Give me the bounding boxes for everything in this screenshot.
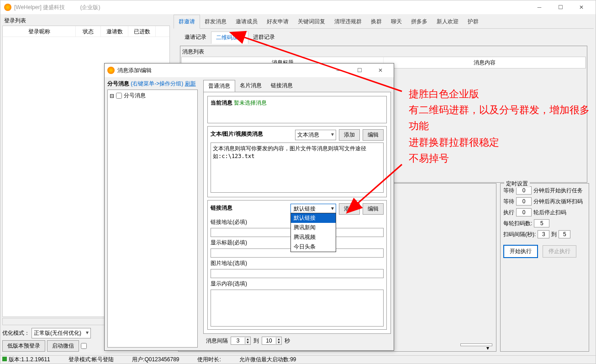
link-msg-block: 链接消息 默认链接 默认链接 腾讯新闻 腾讯视频 今日头条 添加 编辑 bbox=[207, 200, 387, 330]
tree-expand-icon[interactable]: ⊟ bbox=[110, 93, 114, 99]
close-button[interactable]: ✕ bbox=[571, 0, 592, 14]
split-msg-label: 分号消息 bbox=[107, 80, 129, 87]
tab-pdd[interactable]: 拼多多 bbox=[406, 15, 432, 28]
edit-msg-button[interactable]: 编辑 bbox=[363, 129, 384, 141]
tab-link-msg[interactable]: 链接消息 bbox=[266, 80, 297, 92]
login-list-label: 登录列表 bbox=[2, 16, 170, 26]
op-status-select[interactable] bbox=[460, 343, 492, 346]
exec-input[interactable] bbox=[516, 208, 532, 216]
window-title: [WeHelper] 捷盛科技 (企业版) bbox=[14, 4, 529, 11]
link-content-label: 显示内容(选填) bbox=[211, 280, 384, 288]
tab-friend-request[interactable]: 好友申请 bbox=[262, 15, 293, 28]
timer-title: 定时设置 bbox=[504, 180, 530, 188]
message-edit-dialog: 消息添加\编辑 ─ ☐ ✕ 分号消息 (右键菜单->操作分组) 刷新 ⊟ 分号消… bbox=[104, 63, 394, 351]
current-message-block: 当前消息 暂未选择消息 bbox=[207, 96, 387, 123]
msg-type-select[interactable]: 文本消息 bbox=[295, 130, 336, 140]
status-login-mode: 登录模式:帐号登陆 bbox=[69, 356, 114, 364]
opt-mode-select[interactable]: 正常版(无任何优化) bbox=[32, 328, 91, 338]
status-usage: 使用时长: bbox=[197, 356, 221, 364]
dialog-footer: 消息间隔 ▲▼ 到 ▲▼ 秒 bbox=[203, 334, 391, 348]
tab-group-invite[interactable]: 群邀请 bbox=[174, 15, 200, 29]
msg-content-textarea[interactable]: 文本消息则填写你要发的内容，图片文件等消息则填写文件途径如:c:\123.txt bbox=[211, 142, 384, 193]
col-nickname: 登录昵称 bbox=[3, 26, 76, 37]
dialog-close-button[interactable]: ✕ bbox=[370, 63, 391, 77]
link-type-dropdown: 默认链接 腾讯新闻 腾讯视频 今日头条 bbox=[290, 213, 336, 252]
dialog-maximize-button[interactable]: ☐ bbox=[349, 63, 370, 77]
split-msg-hint: (右键菜单->操作分组) bbox=[131, 80, 183, 87]
text-media-title: 文本/图片/视频类消息 bbox=[211, 130, 292, 138]
subtab-qrcode-join[interactable]: 二维码加群 bbox=[211, 32, 248, 44]
start-exec-button[interactable]: 开始执行 bbox=[503, 245, 538, 258]
dropdown-option-tencent-news[interactable]: 腾讯新闻 bbox=[291, 223, 336, 232]
col-msg-content: 消息内容 bbox=[384, 57, 585, 68]
link-type-select[interactable]: 默认链接 默认链接 腾讯新闻 腾讯视频 今日头条 bbox=[290, 204, 336, 214]
link-msg-title: 链接消息 bbox=[211, 204, 288, 212]
status-bar: 版本:1.1.2.19611 登录模式:帐号登陆 用户:Q0123456789 … bbox=[0, 355, 596, 364]
current-msg-status: 暂未选择消息 bbox=[234, 100, 267, 106]
maximize-button[interactable]: ☐ bbox=[550, 0, 571, 14]
edit-link-button[interactable]: 编辑 bbox=[363, 203, 384, 215]
interval-label: 消息间隔 bbox=[206, 337, 228, 345]
dialog-minimize-button[interactable]: ─ bbox=[328, 63, 349, 77]
subtab-invite-records[interactable]: 邀请记录 bbox=[180, 32, 211, 44]
tab-guard[interactable]: 护群 bbox=[463, 15, 483, 28]
text-media-block: 文本/图片/视频类消息 文本消息 添加 编辑 文本消息则填写你要发的内容，图片文… bbox=[207, 126, 387, 197]
col-invite: 邀请数 bbox=[101, 26, 128, 37]
top-tabs: 群邀请 群发消息 邀请成员 好友申请 关键词回复 清理违规群 换群 聊天 拼多多… bbox=[174, 16, 594, 29]
dialog-title: 消息添加\编辑 bbox=[117, 67, 328, 74]
tree-checkbox[interactable] bbox=[116, 93, 122, 99]
tab-keyword-reply[interactable]: 关键词回复 bbox=[293, 15, 330, 28]
dropdown-option-default[interactable]: 默认链接 bbox=[291, 213, 336, 223]
interval-b-input[interactable] bbox=[559, 230, 570, 238]
scan-count-input[interactable] bbox=[534, 219, 549, 227]
status-user: 用户:Q0123456789 bbox=[132, 356, 179, 364]
dialog-right-panel: 普通消息 名片消息 链接消息 当前消息 暂未选择消息 文本/图片/视频类消息 文… bbox=[200, 77, 394, 350]
link-img-label: 图片地址(选填) bbox=[211, 259, 384, 267]
subtab-join-records[interactable]: 进群记录 bbox=[248, 32, 280, 44]
dialog-icon bbox=[107, 67, 115, 74]
link-content-textarea[interactable] bbox=[211, 290, 384, 327]
tab-clean-groups[interactable]: 清理违规群 bbox=[330, 15, 366, 28]
add-msg-button[interactable]: 添加 bbox=[339, 129, 360, 141]
stop-exec-button[interactable]: 停止执行 bbox=[543, 245, 576, 258]
tree-item-split-msg[interactable]: ⊟ 分号消息 bbox=[110, 92, 195, 100]
pre-login-button[interactable]: 低版本预登录 bbox=[2, 340, 45, 352]
main-titlebar: [WeHelper] 捷盛科技 (企业版) ─ ☐ ✕ bbox=[0, 0, 596, 14]
dropdown-option-toutiao[interactable]: 今日头条 bbox=[291, 242, 336, 252]
tab-normal-msg[interactable]: 普通消息 bbox=[203, 80, 235, 92]
status-version: 版本:1.1.2.19611 bbox=[9, 356, 50, 363]
interval-a-input[interactable] bbox=[538, 230, 549, 238]
tab-invite-members[interactable]: 邀请成员 bbox=[231, 15, 262, 28]
minimize-button[interactable]: ─ bbox=[529, 0, 550, 14]
message-list-label: 消息列表 bbox=[181, 47, 586, 57]
dialog-left-panel: 分号消息 (右键菜单->操作分组) 刷新 ⊟ 分号消息 bbox=[105, 77, 200, 350]
current-msg-label: 当前消息 bbox=[211, 100, 232, 106]
interval-max-spinner[interactable]: ▲▼ bbox=[262, 337, 282, 345]
app-icon bbox=[4, 4, 11, 11]
status-dot-icon bbox=[2, 357, 7, 361]
dropdown-option-tencent-video[interactable]: 腾讯视频 bbox=[291, 232, 336, 242]
left-checkbox[interactable] bbox=[81, 343, 87, 349]
tab-group-send[interactable]: 群发消息 bbox=[200, 15, 231, 28]
start-wechat-button[interactable]: 启动微信 bbox=[47, 340, 79, 352]
wait2-input[interactable] bbox=[516, 197, 532, 206]
link-img-input[interactable] bbox=[211, 269, 384, 278]
interval-min-spinner[interactable]: ▲▼ bbox=[231, 337, 251, 345]
dialog-titlebar: 消息添加\编辑 ─ ☐ ✕ bbox=[105, 63, 394, 77]
col-status: 状态 bbox=[76, 26, 101, 37]
category-tree[interactable]: ⊟ 分号消息 bbox=[107, 90, 198, 348]
timer-box: 定时设置 等待 分钟后开始执行任务 等待 分钟后再次循环扫码 执行 bbox=[500, 183, 589, 352]
col-enter: 已进数 bbox=[128, 26, 156, 37]
tab-chat[interactable]: 聊天 bbox=[386, 15, 406, 28]
sub-tabs: 邀请记录 二维码加群 进群记录 bbox=[174, 32, 594, 44]
tab-swap-groups[interactable]: 换群 bbox=[366, 15, 386, 28]
add-link-button[interactable]: 添加 bbox=[339, 203, 360, 215]
tab-card-msg[interactable]: 名片消息 bbox=[235, 80, 266, 92]
annotation-text: 捷胜白色企业版 有二维码进群，以及分号群发，增加很多功能 进群换群拉群很稳定 不… bbox=[409, 86, 596, 166]
refresh-link[interactable]: 刷新 bbox=[185, 80, 196, 87]
status-max-launch: 允许微信最大启动数:99 bbox=[239, 356, 296, 364]
tab-welcome[interactable]: 新人欢迎 bbox=[432, 15, 463, 28]
opt-mode-label: 优化模式： bbox=[2, 329, 30, 337]
login-table-header: 登录昵称 状态 邀请数 已进数 bbox=[3, 26, 169, 37]
